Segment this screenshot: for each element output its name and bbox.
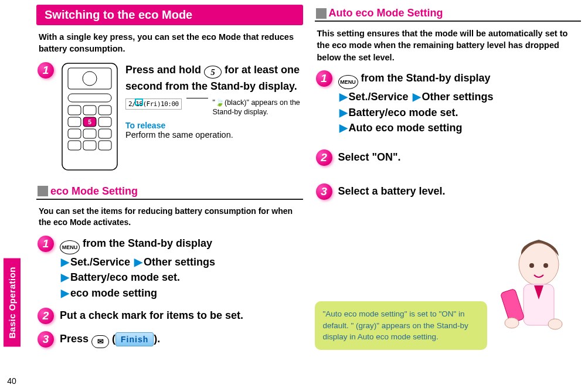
- auto-step1-badge: 1: [316, 70, 332, 87]
- eco1-l3: Battery/eco mode set.: [70, 271, 180, 283]
- auto1-l2b: Other settings: [422, 91, 494, 103]
- arrow-icon: ▶: [61, 271, 69, 283]
- svg-rect-11: [83, 129, 96, 138]
- section-marker-icon: [38, 186, 48, 196]
- auto-step-1: 1 MENU from the Stand-by display ▶Set./S…: [315, 67, 582, 139]
- auto1-l4: Auto eco mode setting: [349, 122, 463, 134]
- arrow-icon: ▶: [413, 91, 421, 103]
- step-1-press-hold: 1 5: [36, 59, 303, 175]
- standby-mini-screen: 2/18(Fri)10:00: [125, 98, 182, 110]
- section-heading-auto-text: Auto eco Mode Setting: [329, 7, 443, 19]
- callout-line-icon: [186, 98, 208, 98]
- arrow-icon: ▶: [61, 256, 69, 268]
- note-suffix: (black)" appears on the Stand-by display…: [213, 98, 300, 117]
- phone-illustration: 5: [60, 62, 120, 171]
- svg-rect-15: [98, 141, 111, 150]
- svg-rect-3: [68, 94, 111, 102]
- eco-section-desc: You can set the items for reducing batte…: [36, 200, 303, 232]
- auto1-l2a: Set./Service: [349, 91, 409, 103]
- standby-note-row: 2/18(Fri)10:00 "🍃(black)" appears on the…: [125, 98, 302, 118]
- svg-rect-1: [68, 68, 111, 89]
- right-column: Auto eco Mode Setting This setting ensur…: [315, 5, 582, 383]
- svg-rect-4: [68, 105, 81, 115]
- arrow-icon: ▶: [61, 287, 69, 299]
- eco1-l2a: Set./Service: [70, 256, 130, 268]
- eco1-l1: from the Stand-by display: [83, 237, 212, 249]
- eco-step-1: 1 MENU from the Stand-by display ▶Set./S…: [36, 232, 303, 304]
- auto-step-2: 2 Select "ON".: [315, 146, 582, 169]
- svg-rect-13: [68, 141, 81, 150]
- eco-step1-body: MENU from the Stand-by display ▶Set./Ser…: [60, 236, 302, 301]
- phone-figure: 5 Press and hold 5 for at least one seco…: [60, 62, 302, 171]
- section-heading-eco-text: eco Mode Setting: [50, 185, 138, 198]
- eco-step3-body: Press ✉ (Finish).: [60, 331, 302, 348]
- eco3-text-c: ).: [154, 333, 160, 345]
- arrow-icon: ▶: [339, 107, 348, 118]
- svg-text:5: 5: [88, 119, 91, 125]
- auto-step1-body: MENU from the Stand-by display ▶Set./Ser…: [338, 70, 580, 135]
- svg-rect-7: [68, 117, 81, 127]
- eco3-text-a: Press: [60, 333, 91, 345]
- auto-step3-text: Select a battery level.: [338, 183, 580, 200]
- eco1-l2b: Other settings: [144, 256, 215, 268]
- page-root: Basic Operation 40 Switching to the eco …: [0, 0, 588, 388]
- mail-key-icon: ✉: [91, 335, 109, 348]
- auto1-l3: Battery/eco mode set.: [349, 107, 458, 118]
- title-bar-eco: Switching to the eco Mode: [36, 5, 303, 25]
- menu-key-icon: MENU: [60, 240, 80, 254]
- callout-row: "Auto eco mode setting" is set to "ON" i…: [315, 227, 582, 350]
- highlight-box-icon: [135, 98, 143, 105]
- svg-rect-9: [98, 117, 111, 127]
- auto-step-3: 3 Select a battery level.: [315, 180, 582, 203]
- eco-step-3: 3 Press ✉ (Finish).: [36, 328, 303, 352]
- step1-text-a: Press and hold: [125, 64, 204, 76]
- section-marker-icon: [316, 8, 327, 19]
- black-appears-note: "🍃(black)" appears on the Stand-by displ…: [213, 98, 302, 118]
- svg-rect-14: [83, 141, 96, 150]
- finish-softkey-label: Finish: [115, 332, 154, 346]
- step1-instruction: Press and hold 5 for at least one second…: [125, 62, 302, 94]
- mascot-illustration: [487, 227, 581, 350]
- to-release-heading: To release: [125, 121, 302, 130]
- svg-point-19: [543, 263, 548, 268]
- eco-step2-text: Put a check mark for items to be set.: [60, 308, 302, 324]
- eco1-l4: eco mode setting: [70, 287, 157, 299]
- arrow-icon: ▶: [339, 91, 348, 103]
- svg-point-18: [529, 263, 534, 268]
- intro-left: With a single key press, you can set the…: [36, 25, 303, 59]
- key-5-icon: 5: [204, 66, 222, 79]
- left-column: Switching to the eco Mode With a single …: [36, 5, 303, 383]
- step-badge-1: 1: [38, 62, 54, 79]
- auto-step2-badge: 2: [316, 149, 332, 166]
- content-area: Switching to the eco Mode With a single …: [23, 0, 588, 388]
- eco-step1-badge: 1: [38, 236, 54, 252]
- tip-callout: "Auto eco mode setting" is set to "ON" i…: [315, 301, 488, 350]
- svg-rect-12: [98, 129, 111, 138]
- menu-key-icon: MENU: [338, 75, 358, 89]
- svg-rect-6: [98, 105, 111, 115]
- auto-intro: This setting ensures that the mode will …: [315, 22, 582, 67]
- svg-rect-5: [83, 105, 96, 115]
- section-heading-eco-mode-setting: eco Mode Setting: [36, 183, 303, 200]
- eco-step-2: 2 Put a check mark for items to be set.: [36, 304, 303, 328]
- svg-point-23: [548, 319, 562, 329]
- standby-screen-text: 2/18(Fri)10:00: [125, 98, 182, 110]
- auto-step2-text: Select "ON".: [338, 149, 580, 166]
- auto-step3-badge: 3: [316, 183, 332, 200]
- side-tab-label: Basic Operation: [4, 258, 21, 347]
- page-number: 40: [7, 376, 16, 386]
- arrow-icon: ▶: [339, 122, 348, 134]
- eco-step3-badge: 3: [38, 331, 54, 348]
- section-heading-auto-eco: Auto eco Mode Setting: [315, 5, 582, 22]
- svg-point-22: [505, 318, 519, 328]
- arrow-icon: ▶: [134, 256, 142, 268]
- leaf-icon: 🍃: [215, 98, 225, 107]
- auto1-l1: from the Stand-by display: [361, 72, 491, 84]
- svg-rect-10: [68, 129, 81, 138]
- eco-step2-badge: 2: [38, 308, 54, 324]
- side-tab: Basic Operation 40: [0, 0, 23, 388]
- step1-body: Press and hold 5 for at least one second…: [125, 62, 302, 140]
- to-release-text: Perform the same operation.: [125, 130, 302, 139]
